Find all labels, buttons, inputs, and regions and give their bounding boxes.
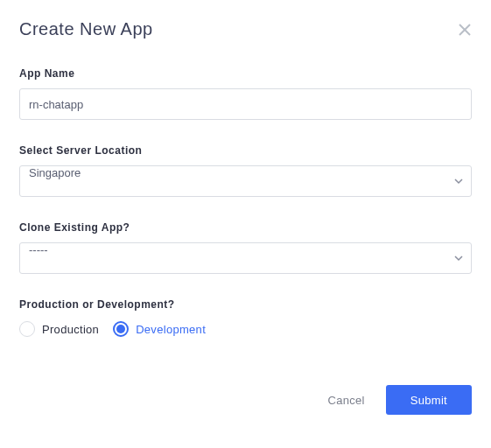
select-wrap-clone-existing: ----- [19,242,472,274]
submit-button[interactable]: Submit [386,385,472,415]
select-server-location[interactable]: Singapore [19,165,472,197]
field-server-location: Select Server Location Singapore [19,144,472,197]
cancel-button[interactable]: Cancel [327,394,364,407]
label-clone-existing: Clone Existing App? [19,221,472,234]
modal-footer: Cancel Submit [327,385,472,415]
radio-circle-icon [19,321,35,337]
select-clone-existing[interactable]: ----- [19,242,472,274]
select-wrap-server-location: Singapore [19,165,472,197]
radio-group-env-mode: Production Development [19,321,472,337]
radio-development[interactable]: Development [113,321,206,337]
label-app-name: App Name [19,67,472,80]
radio-label-development: Development [136,323,206,336]
radio-circle-icon [113,321,129,337]
radio-production[interactable]: Production [19,321,99,337]
close-icon[interactable] [458,23,472,37]
create-app-modal: Create New App App Name Select Server Lo… [0,0,491,379]
field-app-name: App Name [19,67,472,120]
field-env-mode: Production or Development? Production De… [19,298,472,337]
input-app-name[interactable] [19,88,472,120]
label-env-mode: Production or Development? [19,298,472,311]
modal-header: Create New App [19,19,472,39]
field-clone-existing: Clone Existing App? ----- [19,221,472,274]
label-server-location: Select Server Location [19,144,472,157]
radio-label-production: Production [42,323,99,336]
modal-title: Create New App [19,19,153,39]
